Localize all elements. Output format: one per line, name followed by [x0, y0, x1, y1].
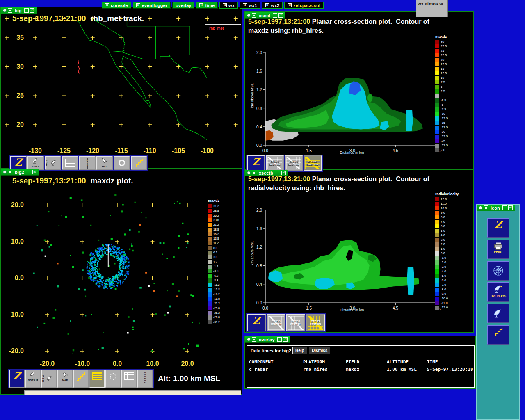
window-iconify-button[interactable] [252, 171, 256, 175]
toolbar-button-cross-section[interactable]: CROSSSECTION [306, 314, 325, 331]
toolbar-button-z-logo[interactable]: Z [247, 155, 265, 171]
icon-button-print[interactable]: PRINT [487, 240, 509, 259]
window-menu-icon[interactable] [3, 170, 7, 174]
toolbar-button-map[interactable]: MAP [57, 370, 73, 388]
zeb-logo-icon: Z [488, 219, 509, 231]
colorbar-entry: -23.8 [208, 306, 220, 310]
dismiss-button[interactable]: Dismiss [309, 347, 330, 354]
colorbar-swatch [435, 80, 439, 84]
toolbar-button-cross-section[interactable]: CROSSSECTION [267, 314, 285, 331]
window-zoom-button[interactable]: ⏎ [278, 13, 283, 18]
window-resize-button[interactable] [276, 171, 280, 175]
altitude-stairs-icon [493, 327, 504, 336]
horizontal-scrollbar[interactable] [24, 390, 241, 395]
window-resize-button[interactable] [24, 8, 29, 13]
taskbar-button-wx[interactable]: ✕wx [219, 2, 238, 9]
taskbar-button-eventlogger[interactable]: ✕eventlogger [133, 2, 171, 9]
checkbox-icon: ✕ [199, 3, 203, 7]
window-menu-icon[interactable] [3, 9, 7, 12]
window-resize-button[interactable] [273, 13, 277, 18]
window-iconify-button[interactable] [484, 205, 488, 210]
toolbar-button-z-logo[interactable]: Z [247, 314, 266, 331]
window-menu-icon[interactable] [247, 171, 251, 175]
colorbar-label: -7.5 [441, 107, 446, 112]
toolbar-button-cross-section[interactable]: CROSSSECTION [286, 314, 305, 331]
toolbar-button-ring-dotted[interactable] [105, 370, 121, 388]
checkbox-icon: ✕ [136, 3, 140, 7]
icon-button-z-logo[interactable]: Z [487, 218, 509, 238]
window-zoom-button[interactable]: ⏎ [281, 171, 286, 175]
colorbar-label: -12.0 [441, 306, 448, 310]
window-xsectb: xsectb⏎ 5-sep-1997,13:21:00 Planar cross… [244, 169, 474, 333]
toolbar-button-grid[interactable] [121, 370, 137, 388]
window-zoom-button[interactable]: ⏎ [283, 337, 288, 342]
colorbar-swatch [208, 320, 212, 324]
icon-button-stairs[interactable] [487, 325, 509, 345]
colorbar-entry: -27.5 [435, 144, 448, 148]
window-zoom-button[interactable]: ⏎ [508, 205, 513, 210]
map-plot[interactable] [1, 7, 242, 154]
toolbar-button-cross-section[interactable]: CROSSSECTION [266, 155, 284, 171]
colorbar-entry: -20 [435, 130, 445, 134]
window-menu-icon[interactable] [247, 14, 251, 17]
toolbar-button-bounds[interactable]: BOUNDS [137, 370, 153, 388]
toolbar-button-sur[interactable]: SUR [45, 156, 61, 170]
colorbar-entry: 12.0 [435, 197, 447, 201]
titlebar-big[interactable]: big⏎ [1, 7, 37, 14]
toolbar-button-bounds[interactable]: BOUNDS [79, 156, 96, 170]
toolbar-button-cross-section[interactable]: CROSSSECTION [285, 155, 303, 171]
window-resize-button[interactable] [277, 337, 282, 342]
toolbar-button-goes-ir[interactable]: GOES IR [25, 370, 41, 388]
window-iconify-button[interactable] [8, 170, 12, 174]
window-menu-icon[interactable] [247, 338, 251, 341]
colorbar-entry: -8.0 [435, 288, 446, 292]
taskbar-button-time[interactable]: ✕time [196, 2, 218, 9]
toolbar-button-ring[interactable] [114, 156, 130, 170]
checkbox-icon: ✕ [243, 3, 247, 7]
toolbar-button-z-logo[interactable]: Z [9, 370, 25, 388]
toolbar-button-grid-active[interactable] [89, 370, 105, 388]
window-iconify-button[interactable] [252, 13, 256, 18]
ppi-x-tick-label: -10.0 [70, 360, 95, 368]
colorbar-label: 20 [441, 58, 444, 62]
window-resize-button[interactable] [502, 205, 507, 210]
taskbar-button-wx2[interactable]: ✕wx2 [262, 2, 283, 9]
titlebar-overlay[interactable]: overlay⏎ [245, 336, 290, 343]
taskbar-button-wx1[interactable]: ✕wx1 [240, 2, 260, 9]
titlebar-big2[interactable]: big2⏎ [1, 169, 39, 176]
window-iconify-button[interactable] [8, 8, 12, 13]
toolbar-button-sur[interactable]: SUR [41, 370, 57, 388]
ppi-plot[interactable] [1, 169, 242, 368]
window-menu-icon[interactable] [479, 206, 482, 210]
taskbar-button-overlay[interactable]: overlay [172, 2, 195, 9]
table-cell: maxdz [346, 367, 359, 372]
titlebar-icon[interactable]: icon⏎ [477, 205, 515, 211]
toolbar-button-cross-section[interactable]: CROSSSECTION [304, 155, 322, 171]
toolbar-button-stairs[interactable] [73, 370, 89, 388]
toolbar-button-map[interactable]: MAP [96, 156, 113, 170]
window-iconify-button[interactable] [252, 337, 256, 342]
window-resize-button[interactable] [27, 170, 31, 174]
button-label: CROSSSECTION [267, 315, 285, 331]
window-zoom-button[interactable]: ⏎ [30, 8, 34, 13]
toolbar-button-grid[interactable] [62, 156, 78, 170]
toolbar-button-stairs[interactable] [131, 156, 147, 170]
taskbar-button-zeb.pacs.sol[interactable]: ✕zeb.pacs.sol [284, 2, 323, 9]
data-times-heading: Data times for big2 [251, 348, 291, 353]
toolbar-button-goes[interactable]: GOES [27, 156, 44, 170]
titlebar-xsectb[interactable]: xsectb⏎ [245, 170, 288, 176]
taskbar-button-console[interactable]: ✕console [102, 2, 131, 9]
colorbar-label: -3.8 [213, 269, 218, 273]
help-button[interactable]: Help [292, 347, 307, 354]
toolbar-button-z-logo[interactable]: Z [10, 156, 27, 170]
icon-button-overlays[interactable]: OVERLAYS [487, 282, 509, 302]
colorbar-label: 12.0 [441, 197, 447, 201]
window-title: overlay [258, 337, 276, 342]
window-zoom-button[interactable]: ⏎ [32, 170, 37, 174]
colorbar-swatch [208, 283, 212, 287]
icon-button-radar-scope[interactable] [487, 261, 509, 281]
icon-button-dish[interactable] [487, 304, 509, 323]
titlebar-xsect[interactable]: xsect⏎ [245, 12, 285, 19]
colorbar-entry: 23.8 [208, 218, 219, 222]
colorbar-swatch [435, 44, 439, 48]
